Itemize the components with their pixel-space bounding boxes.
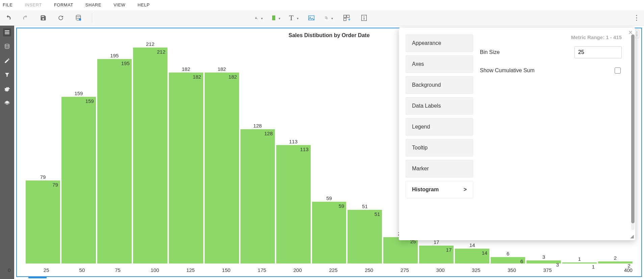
image-icon[interactable] xyxy=(307,14,315,22)
layers-icon[interactable] xyxy=(3,99,11,107)
nav-background[interactable]: Background xyxy=(406,76,473,94)
svg-point-20 xyxy=(5,44,9,46)
x-tick: 25 xyxy=(44,267,79,273)
bar-label-inside: 79 xyxy=(52,182,58,188)
bar-label-inside: 14 xyxy=(482,250,488,256)
database-icon[interactable] xyxy=(74,14,82,22)
bar-label-above: 79 xyxy=(40,174,46,180)
nav-axes[interactable]: Axes xyxy=(406,55,473,73)
x-tick: 75 xyxy=(115,267,151,273)
histogram-bar[interactable]: 128128 xyxy=(240,41,275,263)
save-icon[interactable] xyxy=(39,14,47,22)
fill-color-button[interactable] xyxy=(272,14,280,22)
nav-histogram[interactable]: Histogram> xyxy=(406,181,473,198)
bar-label-above: 182 xyxy=(217,66,226,72)
histogram-bar[interactable]: 113113 xyxy=(276,41,311,263)
bar-label-inside: 195 xyxy=(121,60,130,66)
bar-label-above: 1 xyxy=(578,256,581,262)
metric-range-text: Metric Range: 1 - 415 xyxy=(480,34,622,40)
nav-marker[interactable]: Marker xyxy=(406,160,473,177)
x-tick: 300 xyxy=(436,267,472,273)
edit-icon[interactable] xyxy=(3,57,11,65)
show-cumulative-label: Show Cumulative Sum xyxy=(480,67,535,74)
toolbar-separator xyxy=(92,13,92,23)
x-tick: 50 xyxy=(79,267,115,273)
x-tick: 0 xyxy=(8,267,44,273)
histogram-bar[interactable]: 182182 xyxy=(205,41,239,263)
dashboard-add-icon[interactable]: + xyxy=(342,14,351,22)
bar-label-above: 59 xyxy=(326,195,332,201)
bar-label-inside: 159 xyxy=(85,98,94,104)
format-panel: × Appearance Axes Background Data Labels… xyxy=(399,28,635,240)
svg-point-15 xyxy=(636,17,637,18)
show-cumulative-checkbox[interactable] xyxy=(615,67,621,74)
bar-label-above: 113 xyxy=(289,139,298,144)
histogram-bar[interactable]: 182182 xyxy=(169,41,203,263)
svg-rect-18 xyxy=(5,32,9,33)
nav-appearance[interactable]: Appearance xyxy=(406,34,473,52)
shape-tool-button[interactable] xyxy=(325,14,333,22)
add-chart-button[interactable]: + xyxy=(255,14,263,22)
left-sidebar xyxy=(0,26,14,279)
histogram-bar[interactable]: 7979 xyxy=(26,41,60,263)
database-sidebar-icon[interactable] xyxy=(3,43,11,51)
bar-label-above: 3 xyxy=(542,254,545,260)
nav-tooltip[interactable]: Tooltip xyxy=(406,139,473,157)
bar-label-above: 14 xyxy=(469,242,475,248)
toolbar-kebab-icon[interactable] xyxy=(633,14,641,22)
canvas-stage: ⋮ Sales Distibution by Order Date 797915… xyxy=(14,26,644,279)
menu-view[interactable]: VIEW xyxy=(113,2,125,7)
resize-handle-icon[interactable]: ◢ xyxy=(630,233,634,239)
menu-format[interactable]: FORMAT xyxy=(54,2,73,7)
x-tick: 100 xyxy=(151,267,186,273)
bar-label-inside: 6 xyxy=(520,258,523,264)
histogram-bar[interactable]: 212212 xyxy=(133,41,168,263)
panel-list-icon[interactable] xyxy=(3,28,11,36)
menu-insert[interactable]: INSERT xyxy=(25,2,42,7)
svg-point-1 xyxy=(79,18,81,21)
bar-label-inside: 3 xyxy=(556,262,559,268)
bar-label-inside: 17 xyxy=(446,247,452,253)
histogram-bar[interactable]: 195195 xyxy=(97,41,132,263)
redo-icon[interactable] xyxy=(22,14,30,22)
bin-size-label: Bin Size xyxy=(480,49,500,55)
svg-rect-13 xyxy=(364,18,364,20)
svg-point-12 xyxy=(364,16,364,17)
menu-file[interactable]: FILE xyxy=(3,2,12,7)
svg-point-16 xyxy=(636,20,637,21)
settings-gear-icon[interactable] xyxy=(3,85,11,93)
filter-icon[interactable] xyxy=(3,71,11,79)
bin-size-input[interactable] xyxy=(574,46,622,58)
bar-label-above: 159 xyxy=(74,90,83,96)
menu-share[interactable]: SHARE xyxy=(85,2,101,7)
nav-legend[interactable]: Legend xyxy=(406,118,473,136)
bar-label-above: 2 xyxy=(614,255,617,261)
svg-rect-17 xyxy=(5,30,9,31)
histogram-bar[interactable]: 5959 xyxy=(312,41,346,263)
menu-help[interactable]: HELP xyxy=(137,2,150,7)
nav-data-labels[interactable]: Data Labels xyxy=(406,97,473,115)
bar-label-above: 128 xyxy=(253,123,262,129)
x-tick: 375 xyxy=(543,267,579,273)
format-panel-nav: Appearance Axes Background Data Labels L… xyxy=(406,34,473,233)
x-tick: 275 xyxy=(401,267,436,273)
bar-label-inside: 182 xyxy=(193,74,201,80)
info-panel-icon[interactable] xyxy=(360,14,368,22)
bar-label-inside: 59 xyxy=(339,203,344,209)
bar-label-above: 212 xyxy=(146,41,154,47)
bar-label-inside: 128 xyxy=(264,131,273,136)
refresh-icon[interactable] xyxy=(57,14,65,22)
histogram-bar[interactable]: 5151 xyxy=(347,41,382,263)
histogram-bar[interactable]: 159159 xyxy=(61,41,96,263)
text-tool-button[interactable]: T xyxy=(290,14,298,22)
x-axis: 0255075100125150175200225250275300325350… xyxy=(26,267,633,273)
panel-scrollbar[interactable] xyxy=(631,34,635,230)
bar-label-inside: 51 xyxy=(375,211,380,217)
undo-icon[interactable] xyxy=(4,14,12,22)
svg-rect-7 xyxy=(344,15,346,17)
svg-rect-19 xyxy=(5,33,9,34)
x-tick: 150 xyxy=(222,267,258,273)
x-tick: 350 xyxy=(508,267,543,273)
x-tick: 200 xyxy=(293,267,329,273)
bar-label-inside: 182 xyxy=(229,74,237,80)
